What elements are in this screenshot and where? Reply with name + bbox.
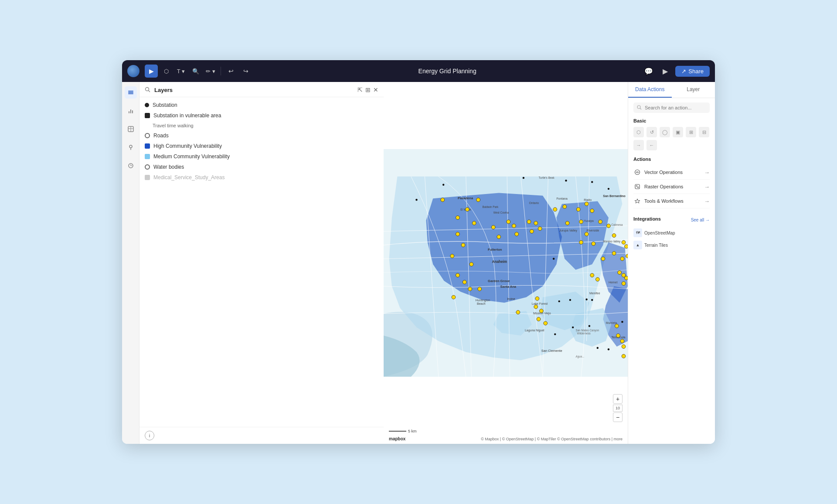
svg-point-58 (466, 208, 470, 211)
layer-item[interactable]: Substation (140, 100, 384, 110)
basic-icon-4[interactable]: ▣ (673, 127, 683, 137)
close-icon[interactable]: ✕ (373, 86, 378, 93)
integration-terrain-tiles[interactable]: ▲ Terrain Tiles (633, 241, 668, 249)
sidebar-icon-clock[interactable] (125, 160, 137, 172)
cursor-tool[interactable]: ▶ (145, 65, 158, 78)
tab-data-actions[interactable]: Data Actions (628, 82, 672, 98)
svg-point-110 (615, 324, 619, 328)
see-all-link[interactable]: See all → (691, 218, 710, 222)
svg-point-119 (442, 184, 444, 185)
svg-point-126 (572, 327, 574, 328)
svg-point-95 (592, 242, 595, 246)
svg-point-70 (491, 225, 495, 229)
svg-point-131 (621, 321, 623, 323)
action-row-tools[interactable]: Tools & Workflows → (633, 194, 710, 208)
layer-item[interactable]: Substation in vulnerable area (140, 110, 384, 121)
svg-text:Jurupa Valley: Jurupa Valley (559, 229, 578, 232)
lasso-tool[interactable]: ⬡ (160, 65, 173, 78)
undo-button[interactable]: ↩ (225, 65, 238, 78)
play-icon[interactable]: ▶ (659, 65, 672, 78)
sidebar-icon-pin[interactable] (125, 141, 137, 153)
basic-icon-7[interactable]: → (633, 140, 644, 150)
action-row-raster[interactable]: Raster Operations → (633, 180, 710, 194)
layer-item-sub[interactable]: Travel time walking (140, 121, 384, 130)
layer-item[interactable]: Water bodies (140, 162, 384, 172)
svg-text:San Bernardino: San Bernardino (603, 194, 625, 198)
svg-point-75 (527, 220, 531, 224)
svg-text:Pasadena: Pasadena (458, 196, 473, 200)
sidebar-icon-table[interactable] (125, 123, 137, 135)
svg-text:Baldwin Park: Baldwin Park (483, 205, 499, 208)
svg-text:Agua...: Agua... (575, 355, 584, 358)
layer-item-grayed[interactable]: Medical_Service_Study_Areas (140, 172, 384, 183)
sidebar-icon-layers[interactable] (125, 86, 137, 99)
svg-point-57 (476, 198, 480, 202)
zoom-in-button[interactable]: + (613, 394, 623, 404)
svg-point-129 (597, 347, 599, 349)
sidebar-icon-chart[interactable] (125, 105, 137, 117)
zoom-out-button[interactable]: − (613, 412, 623, 422)
layer-item[interactable]: Medium Community Vulnerability (140, 151, 384, 162)
svg-point-78 (538, 227, 542, 231)
map-svg: El Monte Baldwin Park West Covina Ontari… (384, 82, 628, 444)
layer-item[interactable]: Roads (140, 130, 384, 141)
layers-list: Substation Substation in vulnerable area… (140, 97, 384, 427)
svg-point-71 (507, 220, 510, 224)
draw-tool[interactable]: ✏ ▾ (204, 65, 217, 78)
svg-point-79 (553, 208, 557, 211)
layer-color-box (145, 113, 150, 118)
text-tool[interactable]: T ▾ (174, 65, 187, 78)
svg-point-80 (563, 205, 567, 209)
svg-point-91 (620, 257, 624, 261)
svg-rect-140 (636, 185, 637, 187)
action-row-vector[interactable]: Vector Operations → (633, 165, 710, 180)
right-sidebar: Data Actions Layer Basic ⬡ ↺ ◯ ▣ (628, 82, 715, 444)
svg-point-84 (565, 221, 569, 225)
svg-point-111 (616, 334, 620, 337)
share-button[interactable]: ↗ Share (675, 66, 710, 77)
svg-point-67 (468, 287, 472, 291)
svg-point-102 (590, 273, 594, 277)
vector-ops-label: Vector Operations (644, 170, 683, 175)
layer-globe-water (145, 164, 150, 170)
vector-ops-icon (633, 168, 641, 176)
expand-icon[interactable]: ⇱ (357, 86, 363, 93)
svg-text:Anaheim: Anaheim (492, 260, 507, 264)
info-button[interactable]: i (145, 431, 154, 440)
basic-icon-1[interactable]: ⬡ (633, 127, 644, 137)
svg-text:Lake Forest: Lake Forest (532, 302, 548, 305)
svg-text:Calimesa: Calimesa (611, 223, 623, 226)
svg-point-116 (565, 180, 567, 181)
terrain-tiles-label: Terrain Tiles (644, 243, 668, 248)
basic-icon-8[interactable]: ← (646, 140, 657, 150)
add-layer-icon[interactable]: ⊞ (365, 86, 371, 93)
app-logo (127, 65, 140, 77)
map-attribution: © Mapbox | © OpenStreetMap | © MapTiler … (481, 437, 623, 441)
redo-button[interactable]: ↪ (239, 65, 252, 78)
actions-section: Actions Vector Operations → (633, 157, 710, 208)
action-label-vector: Vector Operations (633, 168, 683, 176)
comment-icon[interactable]: 💬 (642, 65, 655, 78)
svg-rect-3 (129, 111, 129, 113)
basic-icon-6[interactable]: ⊟ (699, 127, 709, 137)
basic-icon-2[interactable]: ↺ (646, 127, 657, 137)
tab-layer[interactable]: Layer (672, 82, 715, 98)
share-label: Share (688, 68, 704, 75)
layers-header: Layers ⇱ ⊞ ✕ (140, 82, 384, 97)
basic-icon-5[interactable]: ⊞ (686, 127, 696, 137)
layer-item[interactable]: High Community Vulnerability (140, 141, 384, 151)
search-action-input[interactable] (645, 105, 706, 110)
svg-text:Fontana: Fontana (556, 197, 568, 200)
search-tool[interactable]: 🔍 (189, 65, 202, 78)
svg-text:Riverside: Riverside (587, 229, 599, 232)
svg-point-86 (599, 220, 602, 224)
action-label-raster: Raster Operations (633, 183, 683, 191)
integrations-header: Integrations See all → (633, 215, 710, 225)
basic-icon-3[interactable]: ◯ (660, 127, 670, 137)
svg-point-94 (579, 240, 583, 244)
svg-point-112 (620, 339, 624, 343)
zoom-level-display: 10 (613, 405, 623, 412)
layer-label: Substation (153, 102, 177, 108)
map-container[interactable]: El Monte Baldwin Park West Covina Ontari… (384, 82, 628, 444)
integration-openstreetmap[interactable]: 🗺 OpenStreetMap (633, 228, 675, 237)
